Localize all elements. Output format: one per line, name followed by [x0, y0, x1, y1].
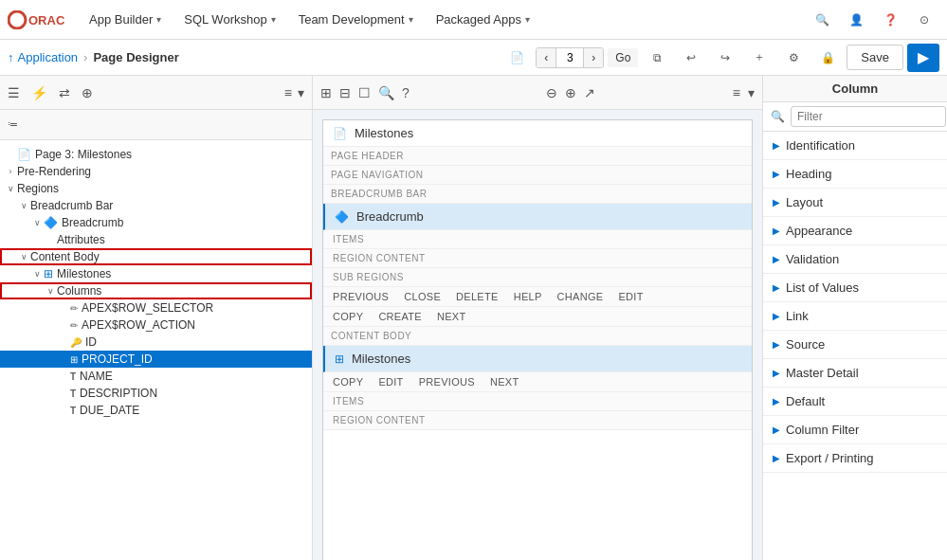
- zoom-in-icon[interactable]: ⊕: [565, 85, 576, 100]
- tree-item-due-date[interactable]: T DUE_DATE: [0, 402, 312, 419]
- help-icon-btn[interactable]: ❓: [875, 5, 905, 35]
- edit-action[interactable]: EDIT: [618, 291, 643, 302]
- preview-icon[interactable]: ☐: [358, 85, 371, 100]
- menu-icon[interactable]: ≡: [284, 85, 292, 100]
- breadcrumb-home-link[interactable]: ↑ Application: [8, 50, 78, 64]
- tree-item-project-id[interactable]: ⊞ PROJECT_ID: [0, 351, 312, 368]
- canvas-page-title[interactable]: 📄 Milestones: [323, 120, 752, 147]
- flash-icon[interactable]: ⚡: [31, 85, 47, 100]
- toolbar2-right: 📄 ‹ › Go ⧉ ↩ ↪ ＋ ⚙ 🔒 Save ▶: [501, 43, 939, 73]
- chevron-down-icon[interactable]: ▾: [748, 85, 755, 100]
- tree-item-pre-rendering[interactable]: › Pre-Rendering: [0, 163, 312, 180]
- chevron-icon[interactable]: ▾: [298, 85, 304, 100]
- toolbar2: ↑ Application › Page Designer 📄 ‹ › Go ⧉…: [0, 40, 947, 76]
- user-icon-btn[interactable]: 👤: [841, 5, 871, 35]
- tree-view-icon[interactable]: ☰: [8, 85, 20, 100]
- list-style-icon[interactable]: ≔: [8, 118, 18, 131]
- right-item-default[interactable]: ▶ Default: [763, 388, 947, 416]
- edit-action2[interactable]: EDIT: [378, 376, 403, 388]
- search-icon-btn[interactable]: 🔍: [807, 5, 837, 35]
- arrow-icon: ▶: [773, 368, 780, 378]
- tree-item-regions[interactable]: ∨ Regions: [0, 180, 312, 197]
- tree-item-content-body[interactable]: ∨ Content Body: [0, 248, 312, 265]
- code-icon[interactable]: 🔍: [378, 85, 394, 100]
- copy-action[interactable]: COPY: [333, 311, 363, 322]
- right-item-source[interactable]: ▶ Source: [763, 331, 947, 359]
- right-item-appearance[interactable]: ▶ Appearance: [763, 217, 947, 245]
- save-button[interactable]: Save: [847, 45, 903, 70]
- right-item-layout[interactable]: ▶ Layout: [763, 189, 947, 217]
- page-next-btn[interactable]: ›: [584, 48, 603, 67]
- nav-packaged-apps[interactable]: Packaged Apps ▾: [427, 9, 539, 30]
- copy-action2[interactable]: COPY: [333, 376, 363, 388]
- options-icon[interactable]: ≡: [733, 85, 740, 100]
- tree-item-apex-row-action[interactable]: ✏ APEX$ROW_ACTION: [0, 316, 312, 334]
- previous-action2[interactable]: PREVIOUS: [419, 376, 475, 388]
- tree-item-breadcrumb-bar[interactable]: ∨ Breadcrumb Bar: [0, 197, 312, 214]
- share-icon[interactable]: ⊕: [82, 85, 93, 100]
- tree-item-milestones[interactable]: ∨ ⊞ Milestones: [0, 265, 312, 282]
- profile-icon-btn[interactable]: ⊙: [909, 5, 939, 35]
- tree-item-description[interactable]: T DESCRIPTION: [0, 385, 312, 402]
- tree-item-label: DESCRIPTION: [80, 387, 157, 400]
- tree-item-label: Page 3: Milestones: [35, 148, 132, 161]
- right-item-heading[interactable]: ▶ Heading: [763, 160, 947, 189]
- breadcrumb-current: Page Designer: [93, 50, 178, 64]
- tree-item-apex-row-selector[interactable]: ✏ APEX$ROW_SELECTOR: [0, 299, 312, 316]
- right-item-master-detail[interactable]: ▶ Master Detail: [763, 359, 947, 388]
- next-action2[interactable]: NEXT: [490, 376, 519, 388]
- arrow-icon: ▶: [773, 396, 780, 406]
- arrow-icon: ▶: [773, 197, 780, 208]
- canvas-breadcrumb-region[interactable]: 🔷 Breadcrumb: [323, 204, 752, 230]
- layout-icon[interactable]: ⊞: [320, 85, 332, 100]
- filter-input[interactable]: [791, 106, 946, 127]
- right-item-label: Column Filter: [786, 423, 859, 437]
- delete-action[interactable]: DELETE: [456, 291, 499, 302]
- expand-icon[interactable]: ↗: [584, 85, 595, 100]
- settings-icon[interactable]: ⚙: [778, 43, 809, 73]
- right-panel: Column 🔍 📌 ↩ ▶ Identification ▶ Heading …: [762, 76, 947, 560]
- nav-app-builder[interactable]: App Builder ▾: [80, 9, 171, 30]
- right-item-validation[interactable]: ▶ Validation: [763, 245, 947, 274]
- tree-item-breadcrumb[interactable]: ∨ 🔷 Breadcrumb: [0, 214, 312, 231]
- close-action[interactable]: CLOSE: [404, 291, 441, 302]
- run-button[interactable]: ▶: [907, 44, 939, 72]
- right-item-list-of-values[interactable]: ▶ List of Values: [763, 274, 947, 302]
- previous-action[interactable]: PREVIOUS: [333, 291, 389, 302]
- canvas-milestones-region[interactable]: ⊞ Milestones: [323, 346, 752, 372]
- tree-item-columns[interactable]: ∨ Columns: [0, 282, 312, 299]
- change-action[interactable]: CHANGE: [557, 291, 604, 302]
- breadcrumb-application-link[interactable]: Application: [18, 50, 79, 64]
- lock-icon[interactable]: 🔒: [812, 43, 843, 73]
- new-page-icon[interactable]: 📄: [501, 43, 532, 73]
- zoom-out-icon[interactable]: ⊖: [546, 85, 557, 100]
- add-icon[interactable]: ＋: [744, 43, 774, 73]
- help-icon[interactable]: ?: [402, 85, 410, 100]
- next-action[interactable]: NEXT: [437, 311, 466, 322]
- tree-item-name[interactable]: T NAME: [0, 368, 312, 385]
- expand-icon: ∨: [17, 201, 30, 210]
- page-number-input[interactable]: [555, 48, 584, 67]
- create-action[interactable]: CREATE: [378, 311, 422, 322]
- right-item-export-printing[interactable]: ▶ Export / Printing: [763, 444, 947, 473]
- copy-icon[interactable]: ⧉: [642, 43, 672, 73]
- page-icon: 📄: [17, 148, 31, 161]
- nav-sql-workshop[interactable]: SQL Workshop ▾: [174, 9, 284, 30]
- right-item-link[interactable]: ▶ Link: [763, 302, 947, 331]
- go-button[interactable]: Go: [608, 48, 638, 67]
- nav-team-development[interactable]: Team Development ▾: [289, 9, 423, 30]
- help-action[interactable]: HELP: [514, 291, 542, 302]
- tree-item-page3[interactable]: 📄 Page 3: Milestones: [0, 146, 312, 163]
- sync-icon[interactable]: ⇄: [59, 85, 70, 100]
- center-content: 📄 Milestones PAGE HEADER PAGE NAVIGATION…: [313, 110, 762, 560]
- undo-icon[interactable]: ↩: [676, 43, 706, 73]
- tree-item-id[interactable]: 🔑 ID: [0, 334, 312, 351]
- grid-view-icon[interactable]: ⊟: [339, 85, 351, 100]
- page-prev-btn[interactable]: ‹: [537, 48, 555, 67]
- right-item-column-filter[interactable]: ▶ Column Filter: [763, 416, 947, 444]
- tree-item-attributes[interactable]: Attributes: [0, 231, 312, 248]
- right-panel-title: Column: [832, 81, 878, 96]
- tree-item-label: APEX$ROW_ACTION: [82, 318, 195, 332]
- redo-icon[interactable]: ↪: [710, 43, 740, 73]
- right-item-identification[interactable]: ▶ Identification: [763, 132, 947, 160]
